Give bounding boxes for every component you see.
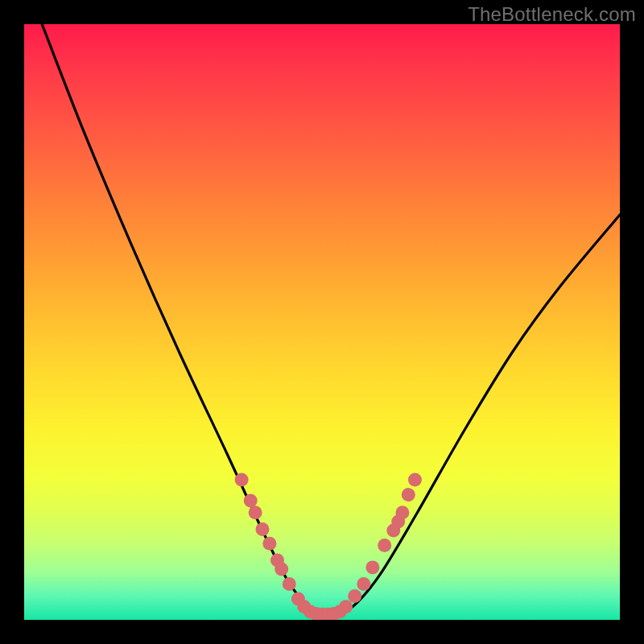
- watermark-text: TheBottleneck.com: [468, 3, 636, 26]
- data-marker: [395, 506, 409, 519]
- data-marker: [378, 539, 391, 552]
- data-marker: [256, 522, 270, 536]
- data-marker: [283, 577, 296, 591]
- marker-group: [235, 473, 422, 620]
- data-marker: [348, 589, 361, 603]
- data-marker: [275, 563, 288, 576]
- chart-svg: [24, 24, 620, 620]
- data-marker: [402, 488, 415, 502]
- data-marker: [244, 494, 258, 508]
- data-marker: [357, 577, 370, 591]
- data-marker: [249, 506, 262, 519]
- data-marker: [262, 537, 276, 551]
- chart-frame: TheBottleneck.com: [0, 0, 644, 644]
- data-marker: [339, 600, 353, 613]
- data-marker: [365, 560, 379, 574]
- plot-area: [24, 24, 620, 620]
- data-marker: [235, 473, 249, 487]
- bottleneck-curve: [42, 24, 620, 615]
- data-marker: [408, 473, 422, 487]
